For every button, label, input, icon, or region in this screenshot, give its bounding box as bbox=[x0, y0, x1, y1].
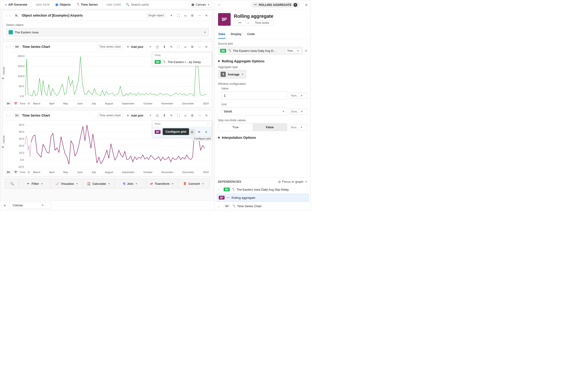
dependency-row-downstream[interactable]: ↓ $O 〽 Time Series Chart bbox=[215, 202, 310, 210]
search-cards[interactable]: 🔍 Search cards bbox=[124, 3, 188, 6]
focus-in-graph-button[interactable]: ◎ Focus in graph ▼ bbox=[278, 180, 307, 184]
close-panel-button[interactable]: ✕ bbox=[305, 3, 308, 7]
more-icon[interactable]: ⋯ bbox=[196, 112, 202, 119]
actionbar-search[interactable]: 🔍 bbox=[5, 179, 19, 188]
gear-icon[interactable]: ⚙ bbox=[189, 112, 196, 119]
drag-handle-icon[interactable]: ⋮⋮ bbox=[5, 114, 12, 117]
canvas-tab[interactable]: Canvas ▼ bbox=[9, 202, 51, 208]
add-plot-button[interactable]: ＋ Add plot bbox=[124, 44, 145, 50]
chevron-down-icon: ▼ bbox=[42, 204, 44, 206]
dep-badge: $N bbox=[224, 188, 230, 191]
transform-button[interactable]: ⇄Transform▼ bbox=[146, 179, 178, 188]
dependency-row-upstream[interactable]: ↑ $N 〽 The Eastern Iowa Daily Avg Dep De… bbox=[215, 186, 310, 193]
plot-row[interactable]: $N 〽 The Eastern I…ep Delay bbox=[152, 58, 212, 66]
gear-icon[interactable]: ⚙ bbox=[28, 171, 30, 174]
close-icon[interactable]: ✕ bbox=[203, 112, 210, 119]
drag-handle-icon[interactable]: ⋮⋮ bbox=[5, 14, 12, 17]
edit-icon[interactable]: ✎ bbox=[168, 44, 174, 50]
time-series-button[interactable]: 〽 Time Series bbox=[74, 2, 100, 8]
aip-generate-button[interactable]: ⟐ AIP Generate bbox=[2, 2, 30, 8]
skip-type-select[interactable]: Bool…▼ bbox=[289, 124, 307, 130]
gear-icon[interactable]: ⚙ bbox=[189, 129, 195, 135]
gear-icon[interactable]: ⚙ bbox=[189, 12, 196, 19]
top-toolbar: ⟐ AIP Generate ADD DATA ▣ Objects 〽 Time… bbox=[0, 0, 214, 9]
unit-type-select[interactable]: Dura…▼ bbox=[289, 108, 307, 114]
card-var-badge: $O bbox=[14, 113, 20, 118]
expand-icon[interactable]: ⛶ bbox=[175, 112, 182, 119]
more-icon[interactable]: ⋯ bbox=[196, 44, 202, 50]
gear-icon[interactable]: ⚙ bbox=[28, 102, 30, 105]
join-button[interactable]: ⧉Join▼ bbox=[114, 179, 146, 188]
present-icon[interactable]: ▭ bbox=[182, 12, 188, 19]
convert-button[interactable]: 🗄Convert▼ bbox=[178, 179, 210, 188]
resize-icon[interactable]: ↔ bbox=[207, 122, 210, 125]
value-input[interactable] bbox=[221, 92, 287, 100]
download-icon[interactable]: ⬇ bbox=[161, 112, 168, 119]
expand-icon[interactable]: ⛶ bbox=[175, 12, 182, 19]
expand-icon[interactable]: ⛶ bbox=[175, 44, 182, 50]
drag-handle-icon[interactable]: ⋮⋮ bbox=[5, 45, 12, 48]
edit-icon[interactable]: ✎ bbox=[168, 112, 174, 119]
calendar-icon[interactable]: 📅 bbox=[14, 102, 17, 105]
add-data-button[interactable]: ADD DATA bbox=[34, 2, 52, 7]
chart-line-icon: 〽 bbox=[228, 49, 231, 52]
objects-label: Objects bbox=[60, 3, 71, 6]
svg-text:-10.0: -10.0 bbox=[18, 166, 24, 168]
skip-toggle[interactable]: True False bbox=[218, 123, 287, 131]
tab-code[interactable]: Code bbox=[246, 30, 255, 38]
close-icon[interactable]: ✕ bbox=[203, 12, 210, 19]
plus-icon: ＋ bbox=[126, 113, 130, 118]
chevron-down-icon: ▼ bbox=[282, 110, 284, 113]
add-card-button[interactable]: ADD CARD bbox=[104, 2, 124, 7]
sparkle-icon: ⟐ bbox=[5, 3, 7, 6]
src-type-select[interactable]: Time… ▼ bbox=[286, 48, 301, 53]
layout-icon[interactable]: ◫ bbox=[154, 112, 160, 119]
dependency-row-self[interactable]: $P 〰 Rolling aggregate bbox=[216, 194, 309, 202]
magic-icon[interactable]: ✦ bbox=[168, 12, 174, 19]
eye-icon[interactable]: 👁 bbox=[196, 129, 202, 135]
agg-type-select[interactable]: x̄ Average ▼ bbox=[218, 70, 246, 78]
add-tab-button[interactable]: ＋ bbox=[2, 202, 7, 208]
chevron-down-icon: ▼ bbox=[305, 180, 307, 183]
focus-icon[interactable]: ⌖ bbox=[147, 44, 154, 50]
more-icon[interactable]: ⋯ bbox=[196, 12, 202, 19]
object-select[interactable]: 📍 The Eastern Iowa ▼ bbox=[6, 28, 209, 36]
skip-false[interactable]: False bbox=[252, 124, 287, 131]
clear-src-button[interactable]: ✕ bbox=[305, 49, 307, 52]
canvas-mode-select[interactable]: ▦ Canvas ▼ bbox=[189, 2, 212, 8]
type-pill[interactable]: 〰 ROLLING AGGREGATE ? bbox=[251, 2, 300, 8]
layout-icon[interactable]: ◫ bbox=[154, 44, 160, 50]
chevron-down-icon: ▼ bbox=[242, 73, 244, 76]
download-icon[interactable]: ⬇ bbox=[161, 44, 168, 50]
source-plot-select[interactable]: $N 〽 The Eastern Iowa Daily Avg D… Time…… bbox=[218, 47, 303, 55]
interp-opts-header[interactable]: ▾ Interpolation Options bbox=[218, 136, 307, 140]
objects-button[interactable]: ▣ Objects bbox=[53, 2, 73, 8]
close-icon[interactable]: ✕ bbox=[203, 129, 210, 135]
present-icon[interactable]: ▭ bbox=[182, 44, 188, 50]
card-title: Object selection of [Examples] Airports bbox=[22, 14, 83, 17]
calculate-button[interactable]: 🧮Calculate▼ bbox=[83, 179, 114, 188]
present-icon[interactable]: ▭ bbox=[182, 112, 188, 119]
visualize-button[interactable]: 📈Visualize▼ bbox=[51, 179, 83, 188]
transform-icon: ⇄ bbox=[150, 182, 153, 186]
filter-button[interactable]: ⏷Filter▼ bbox=[19, 179, 51, 188]
skip-true[interactable]: True bbox=[218, 124, 252, 131]
help-icon[interactable]: ? bbox=[294, 3, 297, 7]
crumb-current[interactable]: Time series bbox=[250, 20, 274, 26]
rolling-opts-header[interactable]: ▾ Rolling Aggregate Options bbox=[218, 59, 307, 63]
back-button[interactable]: ← bbox=[218, 3, 221, 7]
chart-line-icon: 〽 bbox=[232, 204, 235, 208]
add-plot-button[interactable]: ＋ Add plot bbox=[124, 112, 145, 118]
deps-label: DEPENDENCIES bbox=[218, 180, 242, 184]
close-icon[interactable]: ✕ bbox=[203, 44, 210, 50]
focus-icon[interactable]: ⌖ bbox=[147, 112, 154, 119]
crumb-parent[interactable]: ••• bbox=[234, 20, 246, 26]
unit-select[interactable]: Week ▼ bbox=[221, 108, 287, 116]
tab-data[interactable]: Data bbox=[218, 30, 226, 38]
calendar-icon[interactable]: 📅 bbox=[14, 171, 17, 174]
tab-display[interactable]: Display bbox=[230, 30, 242, 38]
value-type-select[interactable]: Num…▼ bbox=[289, 92, 307, 98]
gear-icon[interactable]: ⚙ bbox=[189, 44, 196, 50]
plots-header: Plots bbox=[152, 52, 212, 58]
skip-label: Skip non-finite values bbox=[218, 119, 307, 122]
